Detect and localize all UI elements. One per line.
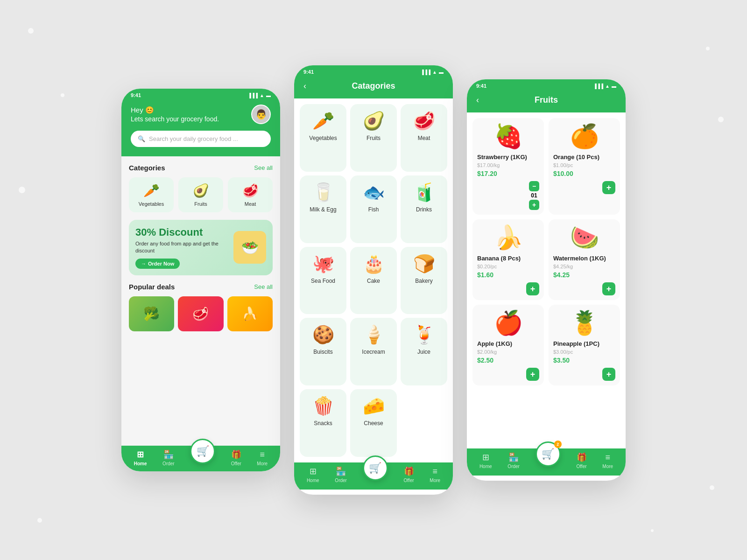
cart-fab-right[interactable]: 🛒 2 (536, 441, 561, 467)
nav-more-label-center: More (430, 478, 440, 483)
status-icons-right: ▐▐▐ ▲ ▬ (593, 84, 616, 89)
cat-card-biscuits[interactable]: 🍪 Buiscits (300, 318, 346, 385)
cat-vegetables[interactable]: 🥕 Vegetables (129, 177, 174, 212)
pineapple-image: 🍍 (553, 309, 615, 336)
cat-cheese-emoji: 🧀 (363, 396, 385, 416)
fruit-card-banana: 🍌 Banana (8 Pcs) $0.20/pc $1.60 + (472, 219, 544, 300)
nav-order-right[interactable]: 🏪 Order (507, 452, 520, 469)
nav-home-label: Home (134, 461, 147, 466)
categories-see-all[interactable]: See all (254, 164, 273, 171)
cat-seafood-name: Sea Food (311, 278, 335, 284)
greeting-hey: Hey 😊 (131, 106, 219, 114)
orange-add-btn[interactable]: + (602, 181, 615, 194)
home-body: Categories See all 🥕 Vegetables 🥑 Fruits… (121, 156, 280, 446)
strawberry-plus-btn[interactable]: + (529, 200, 539, 210)
popular-deals-see-all[interactable]: See all (254, 283, 273, 290)
apple-add-btn[interactable]: + (526, 368, 539, 381)
orange-image: 🍊 (553, 123, 615, 150)
cat-card-milk-egg[interactable]: 🥛 Milk & Egg (300, 175, 346, 243)
cat-card-fish[interactable]: 🐟 Fish (350, 175, 397, 243)
nav-offer-label-right: Offer (576, 464, 586, 469)
banana-add-btn[interactable]: + (526, 282, 539, 295)
cat-snacks-name: Snacks (314, 420, 332, 427)
cat-card-cheese[interactable]: 🧀 Cheese (350, 389, 397, 457)
cat-milk-name: Milk & Egg (310, 206, 336, 213)
cart-fab-center[interactable]: 🛒 (363, 455, 388, 481)
cart-fab-left[interactable]: 🛒 (190, 439, 215, 464)
nav-more-right[interactable]: ≡ More (602, 453, 613, 469)
strawberry-name: Strawberry (1KG) (477, 154, 539, 161)
nav-offer-left[interactable]: 🎁 Offer (231, 449, 241, 466)
search-bar[interactable]: 🔍 Search your daily grocery food ... (131, 131, 271, 147)
nav-order-left[interactable]: 🏪 Order (162, 449, 175, 466)
back-button-center[interactable]: ‹ (303, 81, 306, 91)
fruits-grid: 🍓 Strawberry (1KG) $17.00/kg $17.20 − 01… (467, 112, 626, 448)
back-button-right[interactable]: ‹ (476, 95, 479, 105)
user-avatar[interactable]: 👨 (251, 105, 271, 124)
strawberry-orig-price: $17.00/kg (477, 162, 539, 168)
time-left: 9:41 (131, 92, 141, 98)
strawberry-minus-btn[interactable]: − (529, 181, 539, 191)
nav-offer-center[interactable]: 🎁 Offer (403, 466, 414, 483)
cat-bakery-name: Bakery (415, 278, 432, 284)
cat-juice-emoji: 🍹 (413, 324, 435, 345)
offer-icon-right: 🎁 (577, 452, 587, 462)
cat-card-icecream[interactable]: 🍦 Icecream (350, 318, 397, 385)
cat-meat[interactable]: 🥩 Meat (228, 177, 273, 212)
nav-home-center[interactable]: ⊞ Home (307, 466, 319, 483)
nav-order-center[interactable]: 🏪 Order (335, 466, 347, 483)
apple-name: Apple (1KG) (477, 340, 539, 347)
cat-card-bakery[interactable]: 🍞 Bakery (401, 247, 447, 315)
nav-home-right[interactable]: ⊞ Home (479, 452, 492, 469)
apple-actions: + (477, 368, 539, 381)
order-icon: 🏪 (163, 449, 174, 460)
fruits-label: Fruits (194, 201, 207, 207)
cat-cake-emoji: 🎂 (363, 253, 385, 274)
cat-card-seafood[interactable]: 🐙 Sea Food (300, 247, 346, 315)
cat-card-cake[interactable]: 🎂 Cake (350, 247, 397, 315)
orange-name: Orange (10 Pcs) (553, 154, 615, 161)
cat-card-fruits[interactable]: 🥑 Fruits (350, 104, 397, 172)
cat-fruits[interactable]: 🥑 Fruits (178, 177, 223, 212)
nav-more-center[interactable]: ≡ More (430, 467, 440, 483)
deal-item-3[interactable]: 🍌 (227, 296, 273, 331)
strawberry-price: $17.20 (477, 170, 539, 177)
strawberry-actions: − 01 + (477, 181, 539, 210)
watermelon-add-btn[interactable]: + (602, 282, 615, 295)
order-now-button[interactable]: → Order Now (135, 259, 180, 269)
banana-actions: + (477, 282, 539, 295)
nav-offer-right[interactable]: 🎁 Offer (576, 452, 586, 469)
cat-snacks-emoji: 🍿 (312, 396, 334, 416)
status-icons-center: ▐▐▐ ▲ ▬ (421, 70, 444, 75)
status-bar-right: 9:41 ▐▐▐ ▲ ▬ (467, 79, 626, 91)
pineapple-add-btn[interactable]: + (602, 368, 615, 381)
popular-deals-grid: 🥦 🥩 🍌 (129, 296, 273, 331)
cart-icon-center: 🛒 (369, 462, 381, 474)
cat-card-vegetables[interactable]: 🥕 Vegetables (300, 104, 346, 172)
deal-item-2[interactable]: 🥩 (178, 296, 223, 331)
nav-home-label-right: Home (479, 464, 492, 469)
cat-drinks-name: Drinks (416, 206, 432, 213)
cat-card-meat[interactable]: 🥩 Meat (401, 104, 447, 172)
cat-fish-emoji: 🐟 (363, 182, 385, 203)
fruits-page-title: Fruits (535, 95, 558, 105)
search-icon: 🔍 (138, 135, 145, 142)
vegetables-emoji: 🥕 (143, 183, 160, 198)
status-icons-left: ▐▐▐ ▲ ▬ (248, 93, 271, 98)
cat-cake-name: Cake (367, 278, 380, 284)
cat-cheese-name: Cheese (364, 420, 383, 427)
categories-page-title: Catagories (352, 81, 395, 91)
status-bar-left: 9:41 ▐▐▐ ▲ ▬ (121, 89, 280, 100)
cat-card-snacks[interactable]: 🍿 Snacks (300, 389, 346, 457)
cat-fish-name: Fish (368, 206, 379, 213)
cat-icecream-emoji: 🍦 (363, 324, 385, 345)
home-icon: ⊞ (137, 449, 144, 460)
cat-card-juice[interactable]: 🍹 Juice (401, 318, 447, 385)
home-header: Hey 😊 Lets search your grocery food. 👨 🔍… (121, 100, 280, 156)
cart-icon-left: 🛒 (197, 445, 209, 457)
cat-card-drinks[interactable]: 🧃 Drinks (401, 175, 447, 243)
pineapple-orig-price: $3.00/pc (553, 349, 615, 355)
nav-more-left[interactable]: ≡ More (257, 450, 268, 466)
nav-home-left[interactable]: ⊞ Home (134, 449, 147, 466)
deal-item-1[interactable]: 🥦 (129, 296, 174, 331)
